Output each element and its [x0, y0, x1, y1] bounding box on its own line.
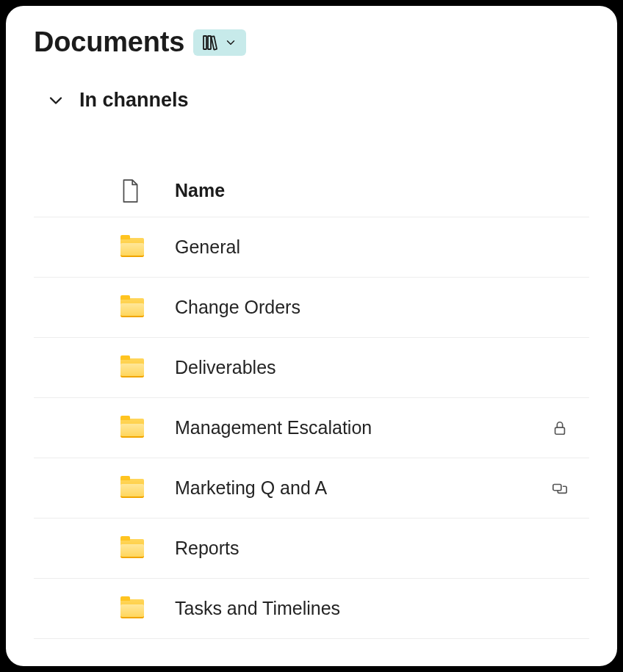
folder-icon: [120, 539, 175, 558]
table-row[interactable]: Management Escalation: [34, 398, 589, 458]
svg-rect-4: [553, 484, 561, 490]
folder-icon: [120, 599, 175, 618]
folder-icon: [120, 238, 175, 257]
table-row[interactable]: General: [34, 217, 589, 278]
folder-name: General: [175, 236, 538, 258]
link-icon: [538, 480, 589, 496]
documents-card: Documents In channels: [6, 6, 617, 666]
section-label: In channels: [79, 89, 189, 112]
folder-icon: [120, 358, 175, 377]
table-row[interactable]: Marketing Q and A: [34, 458, 589, 519]
chevron-down-icon: [46, 90, 66, 111]
table-row[interactable]: Reports: [34, 519, 589, 579]
folder-name: Change Orders: [175, 297, 538, 318]
table-row[interactable]: Deliverables: [34, 338, 589, 398]
table-row[interactable]: Change Orders: [34, 278, 589, 338]
view-switcher[interactable]: [193, 29, 246, 56]
file-icon: [120, 179, 140, 203]
folder-name: Deliverables: [175, 357, 538, 378]
table-header: Name: [34, 165, 589, 217]
library-icon: [202, 34, 220, 51]
page-title: Documents: [34, 26, 184, 58]
svg-rect-1: [208, 36, 211, 49]
folder-name: Management Escalation: [175, 417, 538, 438]
column-name-header[interactable]: Name: [175, 180, 538, 201]
lock-icon: [538, 419, 589, 437]
page-header: Documents: [34, 26, 589, 58]
folder-name: Marketing Q and A: [175, 477, 538, 499]
folder-name: Tasks and Timelines: [175, 598, 538, 619]
section-in-channels[interactable]: In channels: [34, 89, 589, 112]
chevron-down-icon: [224, 36, 237, 49]
folder-icon: [120, 479, 175, 498]
svg-rect-3: [555, 427, 565, 434]
folder-icon: [120, 419, 175, 438]
column-type[interactable]: [120, 179, 175, 203]
folder-table: Name GeneralChange OrdersDeliverablesMan…: [34, 165, 589, 639]
folder-icon: [120, 298, 175, 317]
folder-name: Reports: [175, 538, 538, 559]
table-row[interactable]: Tasks and Timelines: [34, 579, 589, 639]
svg-rect-2: [212, 36, 217, 49]
svg-rect-0: [204, 36, 206, 49]
